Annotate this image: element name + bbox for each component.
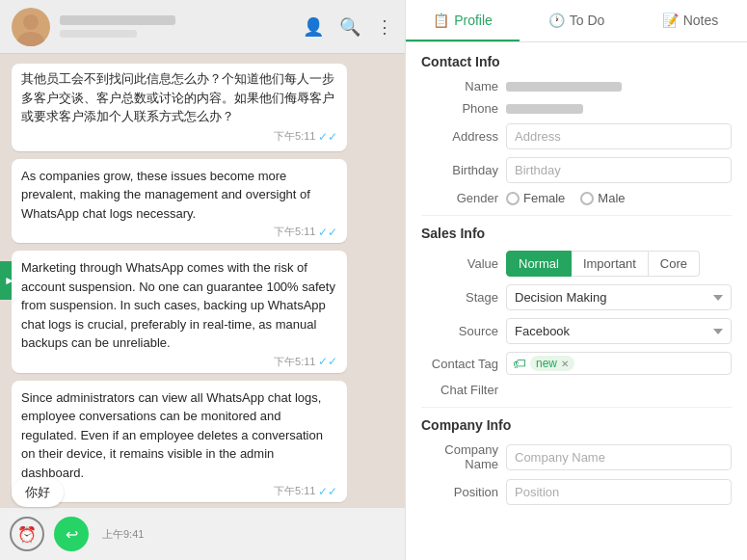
gender-male-label: Male — [598, 191, 625, 205]
value-core-button[interactable]: Core — [649, 251, 700, 277]
phone-label: Phone — [421, 101, 498, 116]
address-row: Address — [421, 123, 732, 149]
gender-row: Gender Female Male — [421, 191, 732, 205]
tab-notes-label: Notes — [683, 13, 719, 28]
radio-male-circle — [580, 192, 594, 205]
contact-sub-blurred — [60, 30, 137, 38]
birthday-label: Birthday — [421, 163, 498, 177]
read-checkmark: ✓✓ — [318, 128, 337, 146]
section-divider-2 — [421, 407, 732, 408]
phone-value — [506, 104, 732, 114]
message-text: As companies grow, these issues become m… — [21, 169, 310, 221]
tab-todo-label: To Do — [570, 13, 605, 28]
contact-tag-field[interactable]: 🏷 new ✕ — [506, 352, 732, 375]
value-row: Value Normal Important Core — [421, 251, 732, 277]
position-field[interactable] — [506, 479, 732, 505]
address-field[interactable] — [506, 123, 732, 149]
schedule-icon[interactable]: ⏰ — [10, 517, 44, 551]
sales-info-title: Sales Info — [421, 226, 732, 241]
birthday-row: Birthday — [421, 157, 732, 183]
position-input[interactable] — [506, 479, 732, 505]
company-name-field[interactable] — [506, 444, 732, 470]
chat-panel: ► 👤 🔍 ⋮ 其他员工会不到找问此信息怎么办？个知道他们每人一步多客户交谈、客… — [0, 0, 405, 560]
tab-todo[interactable]: 🕐 To Do — [520, 0, 633, 41]
position-label: Position — [421, 485, 498, 499]
contact-info-title: Contact Info — [421, 54, 732, 69]
address-input[interactable] — [506, 123, 732, 149]
stage-select[interactable]: Decision Making Lead Prospect Negotiatio… — [506, 284, 732, 310]
company-label: Company Name — [421, 442, 498, 471]
contact-icon[interactable]: 👤 — [303, 16, 324, 38]
company-name-row: Company Name — [421, 442, 732, 471]
read-checkmark: ✓✓ — [318, 485, 337, 498]
message-time: 下午5:11 — [274, 484, 315, 498]
read-checkmark: ✓✓ — [318, 226, 337, 239]
source-label: Source — [421, 324, 498, 338]
stage-field[interactable]: Decision Making Lead Prospect Negotiatio… — [506, 284, 732, 310]
gender-female[interactable]: Female — [506, 191, 565, 205]
profile-panel: 📋 Profile 🕐 To Do 📝 Notes Contact Info N… — [405, 0, 747, 560]
section-divider — [421, 215, 732, 216]
tag-remove-button[interactable]: ✕ — [561, 359, 569, 369]
message-meta: 下午5:11 ✓✓ — [21, 355, 337, 369]
message-meta: 下午5:11 ✓✓ — [21, 484, 337, 498]
birthday-field[interactable] — [506, 157, 732, 183]
company-name-input[interactable] — [506, 444, 732, 470]
value-normal-button[interactable]: Normal — [506, 251, 572, 277]
contact-tag-row: Contact Tag 🏷 new ✕ — [421, 352, 732, 375]
contact-tag-label: Contact Tag — [421, 357, 498, 371]
message-meta: 下午5:11 ✓✓ — [21, 225, 337, 239]
svg-point-1 — [23, 14, 39, 30]
source-field[interactable]: Facebook Twitter LinkedIn WhatsApp — [506, 318, 732, 344]
value-buttons-container: Normal Important Core — [506, 251, 732, 277]
message-time: 下午5:11 — [274, 355, 315, 369]
tag-icon: 🏷 — [513, 356, 526, 371]
panel-tabs: 📋 Profile 🕐 To Do 📝 Notes — [406, 0, 747, 42]
chat-body: 其他员工会不到找问此信息怎么办？个知道他们每人一步多客户交谈、客户总数或讨论的内… — [0, 54, 405, 507]
tab-profile[interactable]: 📋 Profile — [406, 0, 520, 41]
tab-profile-label: Profile — [454, 13, 493, 28]
tab-notes[interactable]: 📝 Notes — [633, 0, 747, 41]
phone-row: Phone — [421, 101, 732, 116]
value-button-group: Normal Important Core — [506, 251, 732, 277]
company-info-title: Company Info — [421, 417, 732, 433]
company-label-text: Company — [421, 442, 498, 457]
value-important-button[interactable]: Important — [572, 251, 649, 277]
tag-value: new — [536, 357, 557, 370]
name-blurred — [506, 82, 622, 92]
message-meta: 下午5:11 ✓✓ — [21, 128, 337, 146]
birthday-input[interactable] — [506, 157, 732, 183]
gender-label: Gender — [421, 191, 498, 205]
source-row: Source Facebook Twitter LinkedIn WhatsAp… — [421, 318, 732, 344]
panel-content: Contact Info Name Phone Address Birthday — [406, 42, 747, 560]
chat-filter-row: Chat Filter — [421, 383, 732, 397]
message-time: 下午5:11 — [274, 225, 315, 239]
radio-female-circle — [506, 192, 520, 205]
gender-female-label: Female — [523, 191, 565, 205]
footer-time: 上午9:41 — [102, 527, 144, 542]
profile-tab-icon: 📋 — [433, 13, 449, 28]
gender-male[interactable]: Male — [580, 191, 625, 205]
todo-tab-icon: 🕐 — [548, 13, 565, 28]
contact-name-area — [60, 15, 293, 38]
stage-row: Stage Decision Making Lead Prospect Nego… — [421, 284, 732, 310]
message-bubble: 其他员工会不到找问此信息怎么办？个知道他们每人一步多客户交谈、客户总数或讨论的内… — [12, 64, 347, 151]
phone-blurred — [506, 104, 583, 114]
message-time: 下午5:11 — [274, 128, 315, 145]
value-label: Value — [421, 256, 498, 271]
search-icon[interactable]: 🔍 — [339, 16, 360, 38]
message-text: Marketing through WhatsApp comes with th… — [21, 260, 335, 350]
avatar[interactable] — [12, 8, 50, 46]
name-row: Name — [421, 79, 732, 93]
menu-icon[interactable]: ⋮ — [376, 16, 393, 38]
source-select[interactable]: Facebook Twitter LinkedIn WhatsApp — [506, 318, 732, 344]
send-button[interactable]: ↩ — [54, 517, 89, 551]
message-text: Since administrators can view all WhatsA… — [21, 390, 323, 480]
address-label: Address — [421, 129, 498, 144]
stage-label: Stage — [421, 290, 498, 305]
name-value — [506, 82, 732, 92]
gender-options: Female Male — [506, 191, 732, 205]
company-name-label-text: Name — [421, 457, 498, 471]
position-row: Position — [421, 479, 732, 505]
name-label: Name — [421, 79, 498, 93]
